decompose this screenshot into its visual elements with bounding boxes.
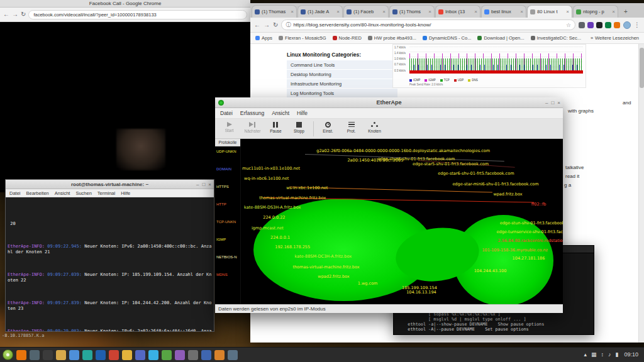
- settings-button[interactable]: Einst.: [316, 120, 340, 138]
- stop-button[interactable]: Stopp: [287, 120, 311, 138]
- browser-tab[interactable]: (1) Thoms ×: [389, 5, 435, 18]
- forward-icon[interactable]: →: [264, 22, 270, 28]
- taskbar-app-icon[interactable]: [135, 350, 145, 360]
- window-titlebar[interactable]: root@thomas-virtual-machine: ~ – □ ×: [6, 180, 214, 189]
- bookmark-item[interactable]: Apps: [255, 35, 272, 41]
- tab-close-icon[interactable]: ×: [382, 9, 386, 14]
- browser-tab[interactable]: 80 Linux t ×: [527, 5, 572, 18]
- start-button[interactable]: Start: [218, 120, 241, 138]
- menu-item[interactable]: Erfassung: [240, 110, 264, 116]
- taskbar-app-icon[interactable]: [96, 350, 106, 360]
- extension-icon[interactable]: [605, 22, 611, 28]
- tray-expand-icon[interactable]: ▴: [584, 352, 587, 358]
- keyboard-layout-icon[interactable]: ▦: [591, 352, 597, 358]
- forward-icon[interactable]: →: [12, 11, 18, 18]
- tab-close-icon[interactable]: ×: [291, 9, 294, 14]
- menu-item[interactable]: Ansicht: [272, 110, 289, 116]
- taskbar-app-icon[interactable]: [109, 350, 119, 360]
- tab-close-icon[interactable]: ×: [474, 9, 477, 14]
- taskbar-app-icon[interactable]: [56, 350, 66, 360]
- maximize-button[interactable]: □: [202, 182, 205, 187]
- category-link[interactable]: Command Line Tools: [287, 60, 397, 70]
- next-button[interactable]: Nächster: [241, 120, 264, 138]
- browser-tab[interactable]: (1) Faceb ×: [343, 5, 389, 18]
- menu-item[interactable]: Datei: [220, 110, 233, 116]
- tab-close-icon[interactable]: ×: [336, 9, 340, 14]
- mint-menu-button[interactable]: [3, 349, 13, 360]
- taskbar-app-icon[interactable]: [188, 350, 198, 360]
- category-link[interactable]: Infrastructure Monitoring: [287, 79, 397, 89]
- pause-button[interactable]: Pause: [264, 120, 287, 138]
- taskbar-app-icon[interactable]: [148, 350, 158, 360]
- menu-item[interactable]: Datei: [9, 190, 21, 196]
- extension-icon[interactable]: [596, 22, 602, 28]
- extension-icon[interactable]: [579, 22, 585, 28]
- profile-avatar[interactable]: [623, 21, 631, 29]
- bookmark-star-icon[interactable]: ☆: [566, 22, 571, 28]
- browser-tab[interactable]: (1) Jade A ×: [297, 5, 343, 18]
- minimize-button[interactable]: –: [545, 100, 548, 106]
- reload-icon[interactable]: ↻: [21, 11, 26, 18]
- node-label: muc11s01-in-x03.1e100.net: [242, 167, 300, 171]
- scrollbar-thumb[interactable]: [640, 48, 644, 88]
- network-icon[interactable]: ↕: [601, 352, 604, 358]
- bookmark-item[interactable]: DynamicDNS - Co...: [423, 35, 472, 41]
- more-bookmarks-button[interactable]: » Weitere Lesezeichen: [591, 35, 639, 41]
- tab-close-icon[interactable]: ×: [520, 9, 523, 14]
- bookmark-item[interactable]: Flexran - Mosaic5G: [279, 35, 326, 41]
- close-button[interactable]: ×: [208, 182, 211, 187]
- protocol-label: DOMAIN: [216, 167, 239, 171]
- taskbar-app-icon[interactable]: [43, 350, 53, 360]
- protocols-button[interactable]: Prot.: [340, 120, 363, 138]
- scrollbar[interactable]: [638, 44, 644, 343]
- taskbar-app-icon[interactable]: [162, 350, 172, 360]
- window-titlebar[interactable]: EtherApe – □ ×: [215, 97, 563, 108]
- menu-item[interactable]: Bearbeiten: [26, 190, 49, 196]
- address-bar[interactable]: ⓘ https://blog.serverdensity.com/80-linu…: [281, 19, 575, 30]
- taskbar-app-icon[interactable]: [228, 350, 238, 360]
- menu-item[interactable]: Suchen: [75, 190, 91, 196]
- maximize-button[interactable]: □: [551, 100, 554, 106]
- menu-item[interactable]: Hilfe: [121, 190, 130, 196]
- reload-icon[interactable]: ↻: [273, 22, 278, 28]
- browser-tab[interactable]: (1) Thomas ×: [252, 5, 297, 18]
- taskbar-app-icon[interactable]: [175, 350, 185, 360]
- clock[interactable]: 09:10: [624, 352, 638, 358]
- tab-close-icon[interactable]: ×: [566, 9, 569, 14]
- new-tab-button[interactable]: +: [621, 6, 631, 16]
- bookmark-item[interactable]: Node-RED: [333, 35, 362, 41]
- menu-item[interactable]: Ansicht: [55, 190, 70, 196]
- tab-close-icon[interactable]: ×: [428, 9, 431, 14]
- bookmark-item[interactable]: InvestigateDC: Sec...: [531, 35, 581, 41]
- menu-item[interactable]: Terminal: [97, 190, 115, 196]
- minimize-button[interactable]: –: [196, 182, 199, 187]
- bookmark-item[interactable]: HW probe #ba493...: [368, 35, 416, 41]
- browser-tab[interactable]: ntopng - p ×: [573, 5, 618, 18]
- browser-tab[interactable]: Inbox (13 ×: [435, 5, 480, 18]
- taskbar-app-icon[interactable]: [82, 350, 92, 360]
- taskbar-app-icon[interactable]: [69, 350, 79, 360]
- taskbar-app-icon[interactable]: [214, 350, 225, 360]
- battery-icon[interactable]: ▮: [616, 352, 619, 358]
- bookmark-item[interactable]: Download | Open...: [477, 35, 524, 41]
- taskbar-app-icon[interactable]: [122, 350, 132, 360]
- close-button[interactable]: ×: [557, 100, 560, 106]
- volume-icon[interactable]: ♪: [608, 352, 611, 358]
- category-link[interactable]: Log Monitoring Tools: [287, 89, 397, 98]
- category-link[interactable]: Desktop Monitoring: [287, 70, 397, 79]
- browser-tab[interactable]: best linux ×: [481, 5, 526, 18]
- address-bar[interactable]: facebook.com/videocall/incall/?peer_id=1…: [28, 10, 247, 19]
- tab-close-icon[interactable]: ×: [612, 9, 615, 14]
- taskbar-app-icon[interactable]: [16, 350, 26, 360]
- extension-icon[interactable]: [614, 22, 620, 28]
- back-icon[interactable]: ←: [3, 11, 9, 18]
- extension-icon[interactable]: [587, 22, 594, 28]
- taskbar-app-icon[interactable]: [201, 350, 211, 360]
- taskbar-app-icon[interactable]: [30, 350, 40, 360]
- network-canvas[interactable]: g2a02-26f0-006a-0484-0000-0000-0000-16b0…: [241, 139, 563, 304]
- back-icon[interactable]: ←: [254, 22, 260, 28]
- menu-item[interactable]: Hilfe: [297, 110, 308, 116]
- chrome-menu-icon[interactable]: ⋮: [634, 21, 640, 28]
- nodes-button[interactable]: Knoten: [363, 120, 386, 138]
- page-info-icon[interactable]: ⓘ: [286, 21, 291, 28]
